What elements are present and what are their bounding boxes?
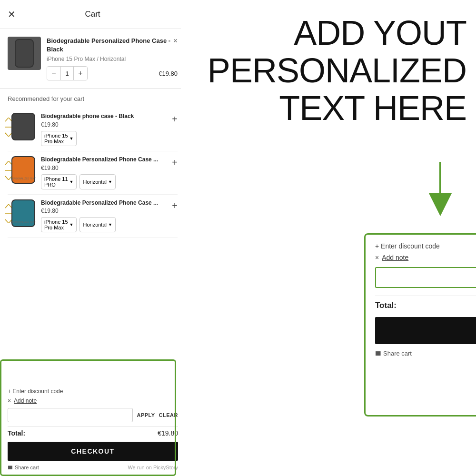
add-rec-item-3-button[interactable]: + [172,200,178,211]
dropdown-arrow-icon-3: ▼ [69,222,74,227]
remove-item-button[interactable]: × [173,37,178,45]
dropdown-arrow-icon-2: ▼ [69,179,74,184]
add-rec-item-2-button[interactable]: + [172,157,178,168]
share-cart-label-small: Share cart [15,465,39,470]
rec-item-1-image [8,113,36,141]
discount-input-small[interactable] [8,408,133,422]
variant-select-iphone15-3[interactable]: iPhone 15Pro Max ▼ [41,217,77,232]
discount-input-row-small: APPLY CLEAR [8,408,178,422]
variant-select-label-2: iPhone 11PRO [44,176,68,188]
rec-item-1-name: Biodegradable phone case - Black [41,113,178,120]
total-label-enlarged: Total: [375,301,397,310]
enlarged-cart-bottom: + Enter discount code × Add note APPLY C… [364,233,476,416]
add-note-button-enlarged[interactable]: Add note [382,254,408,261]
qty-price-row: − 1 + €19.80 [47,66,178,80]
variant-select-horizontal-3[interactable]: Horizontal ▼ [79,217,115,232]
personalized-text-label-3: PERSONALIZED TEXT [11,220,36,223]
close-button[interactable]: ✕ [8,9,16,20]
cart-title: Cart [85,10,100,19]
share-icon-enlarged: ⯀ [375,350,381,357]
rec-item-2-price: €19.80 [41,165,178,171]
svg-line-7 [5,176,9,180]
powered-by-label-small: We run on PickyStory [128,465,178,470]
add-note-row-small: × Add note [8,397,178,404]
checkout-button-enlarged[interactable]: CHECKOUT [375,317,476,344]
discount-input-enlarged[interactable] [375,267,476,288]
add-note-button-small[interactable]: Add note [14,397,37,404]
variant-select-iphone11[interactable]: iPhone 11PRO ▼ [41,174,77,189]
apply-button-small[interactable]: APPLY [137,412,155,418]
rec-item-1-variants: iPhone 15Pro Max ▼ [41,131,178,146]
increase-qty-button[interactable]: + [74,67,87,80]
rec-item-3-info: Biodegradable Personalized Phone Case ..… [41,199,178,233]
cart-header: ✕ Cart [0,0,185,29]
overlay-line-3: TEXT HERE [208,89,466,127]
share-cart-label-enlarged: Share cart [383,350,412,357]
discount-row-enlarged: + Enter discount code [375,242,476,250]
product-name: Biodegradable Personalized Phone Case - … [47,37,178,54]
rec-item-1-info: Biodegradable phone case - Black €19.80 … [41,113,178,146]
variant-select-label: iPhone 15Pro Max [44,133,68,144]
dropdown-arrow-icon-h2: ▼ [108,179,112,184]
svg-line-2 [5,133,9,137]
total-label-small: Total: [8,429,25,437]
rec-item-3-image: PERSONALIZED TEXT [8,199,36,228]
decrease-qty-button[interactable]: − [47,67,60,80]
rec-item-2-name: Biodegradable Personalized Phone Case ..… [41,156,178,164]
phone-case-visual [15,39,34,68]
rec-item-2-image: PERSONALIZED TEXT [8,156,36,185]
product-variant: iPhone 15 Pro Max / Horizontal [47,56,178,62]
rec-phone-case-dark [11,113,35,140]
quantity-control: − 1 + [47,66,88,80]
cart-panel: ✕ Cart Biodegradable Personalized Phone … [0,0,186,476]
svg-line-0 [5,118,9,121]
rec-item-2-variants: iPhone 11PRO ▼ Horizontal ▼ [41,174,178,189]
arrow-icon [419,162,462,219]
total-price-small: €19.80 [158,429,178,437]
share-cart-button-small[interactable]: ⯀ Share cart [8,465,39,470]
add-rec-item-1-button[interactable]: + [172,114,178,125]
quantity-value: 1 [60,67,74,80]
variant-select-label-h3: Horizontal [83,222,107,228]
item-price: €19.80 [159,70,178,77]
cart-bottom: + Enter discount code × Add note APPLY C… [0,382,186,476]
checkout-button-small[interactable]: CHECKOUT [8,442,178,461]
recommended-item-1: Biodegradable phone case - Black €19.80 … [8,108,178,151]
svg-line-5 [5,161,9,165]
dropdown-arrow-icon: ▼ [69,136,74,141]
personalized-text-label: PERSONALIZED TEXT [11,177,36,180]
rec-phone-case-teal: PERSONALIZED TEXT [11,199,35,227]
total-row-enlarged: Total: €19.80 [375,296,476,310]
rec-item-2-info: Biodegradable Personalized Phone Case ..… [41,156,178,189]
rec-item-3-variants: iPhone 15Pro Max ▼ Horizontal ▼ [41,217,178,232]
product-image [8,37,41,70]
add-note-prefix-enlarged: × [375,254,379,261]
recommended-title: Recommended for your cart [8,95,178,102]
rec-item-3-name: Biodegradable Personalized Phone Case ..… [41,199,178,207]
rec-phone-case-orange: PERSONALIZED TEXT [11,156,35,184]
discount-label-small: + Enter discount code [8,388,63,395]
rays-icon [5,118,12,137]
cart-item-details: Biodegradable Personalized Phone Case - … [47,37,178,80]
discount-row-small: + Enter discount code [8,388,178,395]
variant-select-iphone15-1[interactable]: iPhone 15Pro Max ▼ [41,131,77,146]
rec-item-1-price: €19.80 [41,121,178,128]
share-cart-row-small: ⯀ Share cart We run on PickyStory [8,465,178,470]
clear-button-small[interactable]: CLEAR [159,412,178,418]
svg-line-10 [5,204,9,208]
variant-select-label-3: iPhone 15Pro Max [44,219,68,230]
right-panel: ADD YOUT PERSONALIZED TEXT HERE + Enter … [181,0,476,476]
recommended-item-3: PERSONALIZED TEXT Biodegradable Personal… [8,195,178,238]
variant-select-horizontal-2[interactable]: Horizontal ▼ [79,174,115,189]
dropdown-arrow-icon-h3: ▼ [108,222,112,227]
variant-select-label-h2: Horizontal [83,179,107,185]
recommended-item-2: PERSONALIZED TEXT Biodegradable Personal… [8,151,178,195]
share-cart-button-enlarged[interactable]: ⯀ Share cart [375,350,412,357]
discount-label-enlarged: + Enter discount code [375,242,440,250]
share-icon: ⯀ [8,465,13,470]
cart-item: Biodegradable Personalized Phone Case - … [0,29,185,89]
recommended-section: Recommended for your cart Biodegradable … [0,89,185,241]
total-row-small: Total: €19.80 [8,426,178,437]
overlay-line-1: ADD YOUT [208,14,466,52]
overlay-text: ADD YOUT PERSONALIZED TEXT HERE [208,14,466,128]
